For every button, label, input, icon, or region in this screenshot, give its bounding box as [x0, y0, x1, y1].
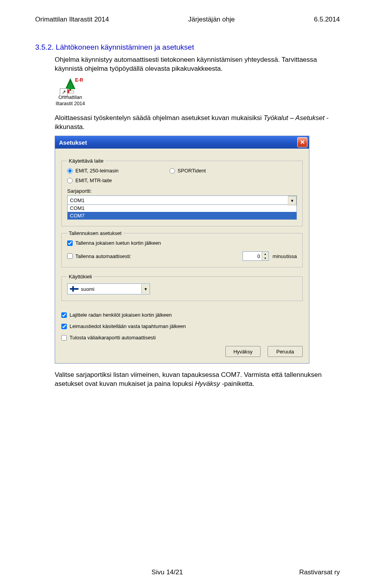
page-footer: Sivu 14/21 Rastivarsat ry	[35, 568, 340, 576]
flag-fi-icon	[70, 286, 79, 292]
shortcut-label-line2: Iltarastit 2014	[55, 101, 86, 107]
chevron-down-icon: ▼	[290, 199, 294, 203]
section-number: 3.5.2.	[35, 43, 54, 51]
shortcut-label-line1: Orimattilan	[55, 95, 86, 101]
check-save-after-each-input[interactable]	[67, 240, 73, 246]
group-save-legend: Tallennuksen asetukset	[67, 230, 123, 236]
group-device: Käytettävä laite EMIT, 250-leimasin SPOR…	[61, 158, 303, 226]
shortcut-arrow-icon: ↗	[60, 88, 68, 96]
serial-option-com1[interactable]: COM1	[68, 204, 296, 212]
footer-page: Sivu 14/21	[152, 568, 183, 576]
close-button[interactable]: ✕	[297, 137, 307, 147]
footer-org: Rastivarsat ry	[299, 568, 340, 576]
radio-sportident-label: SPORTident	[178, 168, 206, 174]
misc-checks: Lajittele radan henkilöt jokaisen kortin…	[61, 312, 303, 341]
shortcut-icon: E-R ↗	[62, 77, 79, 94]
radio-sportident[interactable]: SPORTident	[170, 168, 206, 174]
group-language: Käyttökieli suomi ▼	[61, 274, 303, 301]
check-save-auto-input[interactable]	[67, 253, 73, 259]
radio-emitmtr-label: EMIT, MTR-laite	[75, 177, 112, 183]
auto-interval-unit: minuutissa	[273, 253, 297, 259]
check-save-auto-label: Tallenna automaattisesti:	[75, 253, 131, 259]
check-print[interactable]: Tulosta väliaikaraportti automaattisesti	[61, 335, 303, 341]
para2-italic: Työkalut – Asetukset	[264, 114, 325, 122]
spinner-up-icon[interactable]: ▲	[262, 252, 268, 256]
serial-port-input[interactable]	[67, 195, 297, 205]
dialog-title: Asetukset	[59, 139, 87, 146]
check-print-label: Tulosta väliaikaraportti automaattisesti	[70, 335, 156, 341]
serial-port-dropdown-list: COM1 COM7	[67, 204, 297, 220]
radio-emit250-label: EMIT, 250-leimasin	[75, 168, 119, 174]
radio-emit250[interactable]: EMIT, 250-leimasin	[67, 168, 119, 174]
check-stamp-input[interactable]	[61, 324, 67, 329]
serial-port-dropdown-button[interactable]: ▼	[288, 196, 296, 205]
group-language-legend: Käyttökieli	[67, 274, 93, 280]
serial-option-com7[interactable]: COM7	[68, 212, 296, 219]
check-stamp-label: Leimaustiedot käsitellään vasta tapahtum…	[70, 323, 186, 329]
check-sort-label: Lajittele radan henkilöt jokaisen kortin…	[70, 312, 172, 318]
section-heading: 3.5.2. Lähtökoneen käynnistäminen ja ase…	[35, 43, 340, 52]
section-title: Lähtökoneen käynnistäminen ja asetukset	[56, 43, 194, 51]
group-save: Tallennuksen asetukset Tallenna jokaisen…	[61, 230, 303, 267]
header-center: Järjestäjän ohje	[188, 16, 235, 23]
group-device-legend: Käytettävä laite	[67, 158, 105, 164]
radio-emitmtr-input[interactable]	[67, 178, 73, 183]
language-value: suomi	[81, 286, 141, 292]
para3-post: -painiketta.	[220, 380, 254, 387]
paragraph-1: Ohjelma käynnistyy automaattisesti tieto…	[55, 56, 340, 74]
header-left: Orimattilan Iltarastit 2014	[35, 16, 109, 23]
dialog-titlebar[interactable]: Asetukset ✕	[55, 136, 309, 149]
desktop-shortcut: E-R ↗ Orimattilan Iltarastit 2014	[55, 77, 86, 107]
check-sort[interactable]: Lajittele radan henkilöt jokaisen kortin…	[61, 312, 303, 318]
check-save-after-each-label: Tallenna jokaisen luetun kortin jälkeen	[75, 240, 161, 246]
para3-italic: Hyväksy	[195, 380, 220, 387]
para3-pre: Valitse sarjaportiksi listan viimeinen, …	[55, 371, 321, 387]
radio-emitmtr[interactable]: EMIT, MTR-laite	[67, 177, 297, 183]
serial-port-combo[interactable]: ▼	[67, 195, 297, 205]
check-stamp[interactable]: Leimaustiedot käsitellään vasta tapahtum…	[61, 323, 303, 329]
svg-rect-4	[69, 91, 74, 93]
radio-sportident-input[interactable]	[170, 168, 175, 174]
check-sort-input[interactable]	[61, 312, 67, 318]
check-save-auto[interactable]: Tallenna automaattisesti:	[67, 253, 131, 259]
check-save-after-each[interactable]: Tallenna jokaisen luetun kortin jälkeen	[67, 240, 297, 246]
ok-button[interactable]: Hyväksy	[225, 346, 261, 357]
language-dropdown-button[interactable]: ▼	[141, 284, 150, 294]
para2-pre: Aloittaessasi työskentelyn säädä ohjelma…	[55, 114, 264, 122]
radio-emit250-input[interactable]	[67, 168, 73, 174]
paragraph-3: Valitse sarjaportiksi listan viimeinen, …	[55, 371, 340, 389]
paragraph-2: Aloittaessasi työskentelyn säädä ohjelma…	[55, 114, 340, 132]
header-right: 6.5.2014	[314, 16, 340, 23]
spinner-down-icon[interactable]: ▼	[262, 256, 268, 260]
shortcut-badge: E-R	[75, 77, 83, 83]
chevron-down-icon: ▼	[144, 287, 148, 291]
check-print-input[interactable]	[61, 335, 67, 341]
auto-interval-input[interactable]	[243, 252, 262, 260]
auto-interval-spinner[interactable]: ▲ ▼	[243, 251, 269, 261]
page-header: Orimattilan Iltarastit 2014 Järjestäjän …	[35, 16, 340, 23]
settings-dialog: Asetukset ✕ Käytettävä laite EMIT, 250-l…	[55, 136, 309, 364]
serial-port-label: Sarjaportti:	[67, 188, 297, 194]
close-icon: ✕	[300, 139, 305, 146]
language-combo[interactable]: suomi ▼	[67, 283, 150, 294]
cancel-button[interactable]: Peruuta	[268, 346, 303, 357]
